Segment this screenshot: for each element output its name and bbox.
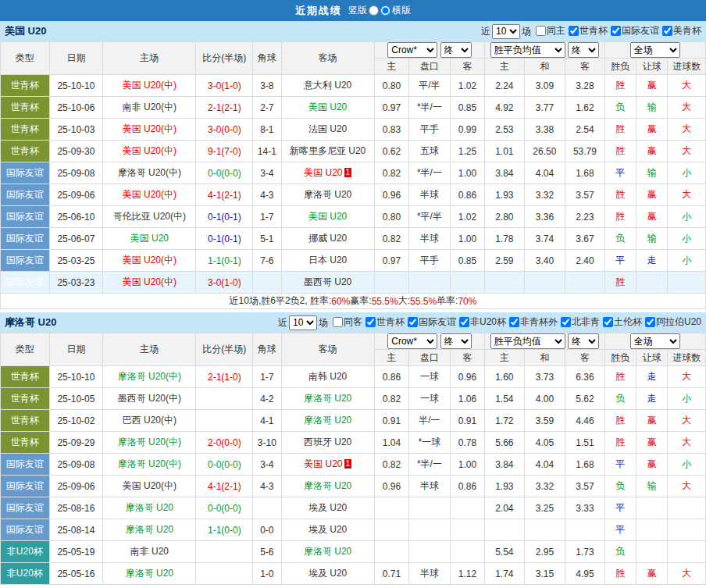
euro-draw-odds: 3.15: [524, 563, 565, 585]
euro-away-odds: 1.68: [565, 162, 605, 184]
competition-type: 国际友谊: [1, 497, 50, 519]
away-team: 西班牙 U20: [281, 432, 374, 454]
ah-away-odds: 0.85: [450, 97, 484, 119]
euro-away-odds: 1.68: [565, 454, 605, 476]
corner-score: 8-1: [253, 119, 281, 141]
table-header-row: 类型 日期 主场 比分(半场) 角球 客场 Crow* 终 胜平负均值 终 全场: [1, 42, 706, 59]
euro-odds-select[interactable]: 胜平负均值: [490, 333, 565, 349]
filter-checkbox[interactable]: [603, 317, 613, 327]
near-label: 近: [278, 316, 287, 330]
filter-option[interactable]: 同主: [533, 24, 565, 37]
euro-draw-odds: 3.36: [524, 206, 565, 228]
record-summary: 近10场,胜6平2负2, 胜率:60% 赢率:55.5% 大:55.5% 单率:…: [0, 294, 706, 309]
odds-company-select[interactable]: Crow*: [387, 42, 437, 58]
corner-score: 4-3: [253, 476, 281, 497]
euro-away-odds: 2.54: [565, 119, 605, 141]
filter-controls: 近 10 场 同客世青杯国际友谊非U20杯非青杯外北非青土伦杯阿拉伯U20: [278, 315, 701, 330]
col-type: 类型: [1, 333, 50, 366]
filter-label: 世青杯: [376, 315, 405, 329]
filter-option[interactable]: 美青杯: [659, 24, 701, 37]
competition-type: 世青杯: [1, 97, 50, 119]
titlebar: 近期战绩 竖版 横版: [0, 0, 706, 21]
ah-away-odds: 1.00: [450, 454, 484, 476]
ah-home-odds: [374, 519, 408, 541]
filter-option[interactable]: 非青杯外: [506, 315, 558, 329]
away-team: 埃及 U20: [281, 497, 374, 519]
filter-option[interactable]: 世青杯: [565, 24, 608, 37]
ah-handicap-line: 半球: [409, 476, 451, 497]
result-handicap: 输: [636, 97, 668, 119]
filter-checkbox[interactable]: [569, 26, 579, 36]
away-team: 日本 U20: [281, 250, 374, 272]
odds-time-select[interactable]: 终: [440, 42, 472, 58]
layout-vertical-option[interactable]: 竖版: [348, 4, 379, 17]
result-handicap: 走: [636, 388, 668, 410]
match-row: 国际友谊25-06-07美国 U200-1(0-1)5-1挪威 U200.82半…: [1, 228, 706, 250]
filter-checkbox[interactable]: [645, 317, 655, 327]
filter-option[interactable]: 国际友谊: [608, 24, 659, 37]
scope-select[interactable]: 全场: [630, 42, 680, 58]
competition-type: 国际友谊: [1, 476, 50, 497]
ah-away-odds: [450, 272, 484, 294]
layout-vertical-radio[interactable]: [369, 5, 379, 16]
euro-odds-select[interactable]: 胜平负均值: [490, 42, 565, 58]
euro-time-select[interactable]: 终: [568, 333, 599, 349]
result-handicap: 输: [636, 476, 668, 497]
ah-handicap-line: 一球: [409, 366, 451, 388]
result-goals: [668, 519, 706, 541]
corner-score: 0-0: [253, 519, 281, 541]
filter-checkbox[interactable]: [536, 26, 546, 36]
filter-checkbox[interactable]: [333, 317, 343, 327]
filter-label: 北非青: [572, 315, 600, 329]
layout-horizontal-radio[interactable]: [380, 5, 390, 16]
match-row: 世青杯25-10-03美国 U20(中)3-0(0-0)8-1法国 U200.8…: [1, 119, 706, 141]
match-date: 25-03-23: [49, 272, 103, 294]
filter-checkbox[interactable]: [408, 317, 418, 327]
filter-checkbox[interactable]: [459, 317, 469, 327]
match-count-select[interactable]: 10: [289, 315, 317, 330]
odds-company-select[interactable]: Crow*: [387, 333, 437, 349]
filter-label: 世青杯: [579, 24, 608, 37]
layout-horizontal-option[interactable]: 横版: [380, 4, 411, 17]
corner-score: 1-7: [253, 206, 281, 228]
filter-option[interactable]: 阿拉伯U20: [642, 315, 701, 329]
filter-option[interactable]: 同客: [330, 315, 362, 329]
filter-option[interactable]: 土伦杯: [600, 315, 642, 329]
result-wdl: 负: [604, 228, 636, 250]
col-away: 客场: [281, 333, 374, 366]
ah-home-odds: 0.97: [374, 250, 408, 272]
euro-away-odds: 5.62: [565, 388, 605, 410]
match-row: 国际友谊25-03-25美国 U20(中)1-1(0-1)7-6日本 U200.…: [1, 250, 706, 272]
filter-option[interactable]: 世青杯: [362, 315, 405, 329]
home-team: 摩洛哥 U20: [103, 519, 196, 541]
match-date: 25-10-10: [49, 75, 103, 97]
ah-handicap-line: *平/半: [409, 206, 451, 228]
away-team: 埃及 U20: [281, 563, 374, 585]
filter-checkbox[interactable]: [611, 26, 621, 36]
filter-checkbox[interactable]: [365, 317, 376, 327]
match-row: 世青杯25-10-05墨西哥 U20(中)4-2摩洛哥 U200.82一球1.0…: [1, 388, 706, 410]
result-goals: [668, 497, 706, 519]
result-scope-header: 全场: [604, 42, 705, 59]
home-team: 摩洛哥 U20(中): [103, 366, 196, 388]
odds-time-select[interactable]: 终: [440, 333, 472, 349]
result-handicap: [636, 519, 668, 541]
ah-away-odds: 1.02: [450, 206, 484, 228]
corner-score: 4-2: [253, 388, 281, 410]
filter-option[interactable]: 北非青: [558, 315, 600, 329]
filter-checkbox[interactable]: [509, 317, 519, 327]
filter-option[interactable]: 国际友谊: [405, 315, 456, 329]
col-eu-away: 客: [565, 59, 605, 75]
match-count-select[interactable]: 10: [492, 24, 520, 39]
layout-vertical-label: 竖版: [348, 4, 367, 17]
scope-select[interactable]: 全场: [630, 333, 680, 349]
col-result-handicap: 让球: [636, 59, 668, 75]
result-wdl: 胜: [604, 75, 636, 97]
euro-time-select[interactable]: 终: [568, 42, 599, 58]
result-goals: 小: [668, 206, 706, 228]
filter-option[interactable]: 非U20杯: [456, 315, 506, 329]
ah-home-odds: 0.91: [374, 410, 408, 432]
ah-away-odds: [450, 541, 484, 563]
filter-checkbox[interactable]: [561, 317, 571, 327]
filter-checkbox[interactable]: [662, 26, 672, 36]
